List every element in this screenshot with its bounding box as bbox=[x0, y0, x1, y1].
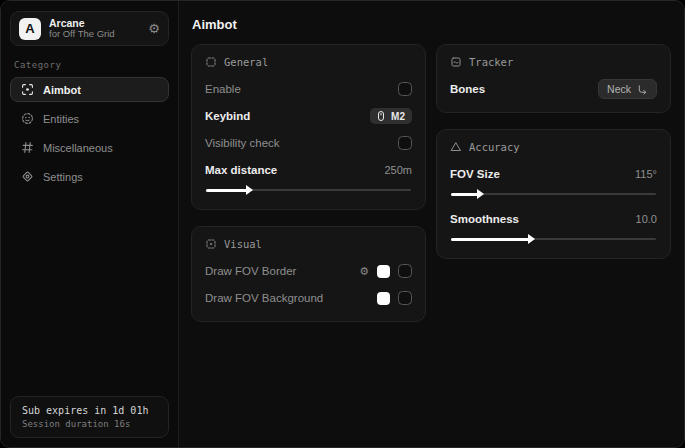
visibility-check-checkbox[interactable] bbox=[398, 136, 412, 150]
fov-size-slider[interactable] bbox=[451, 189, 656, 199]
draw-fov-background-checkbox[interactable] bbox=[398, 291, 412, 305]
visibility-check-label: Visibility check bbox=[205, 137, 280, 149]
visual-card-title: Visual bbox=[224, 238, 262, 250]
enable-row: Enable bbox=[205, 78, 412, 100]
enable-label: Enable bbox=[205, 83, 241, 95]
max-distance-slider[interactable] bbox=[206, 185, 411, 195]
keybind-row: Keybind M2 bbox=[205, 105, 412, 127]
fov-border-gear-icon[interactable]: ⚙ bbox=[359, 266, 369, 277]
sidebar-item-entities[interactable]: Entities bbox=[10, 106, 169, 131]
draw-fov-border-label: Draw FOV Border bbox=[205, 265, 296, 277]
accuracy-card-header: Accuracy bbox=[450, 141, 657, 153]
sidebar-item-miscellaneous[interactable]: Miscellaneous bbox=[10, 135, 169, 160]
sidebar-item-settings[interactable]: Settings bbox=[10, 164, 169, 189]
max-distance-value: 250m bbox=[384, 164, 412, 176]
dashed-box-icon bbox=[205, 56, 217, 68]
general-card-title: General bbox=[224, 56, 268, 68]
accuracy-card: Accuracy FOV Size 115° Smoothness bbox=[436, 129, 671, 259]
keybind-value: M2 bbox=[391, 111, 405, 122]
focus-crosshair-icon bbox=[21, 83, 34, 96]
tracker-card-header: Tracker bbox=[450, 56, 657, 68]
slider-thumb[interactable] bbox=[528, 234, 535, 244]
draw-fov-border-checkbox[interactable] bbox=[398, 264, 412, 278]
slider-fill bbox=[451, 193, 478, 196]
sidebar-spacer bbox=[10, 193, 169, 396]
bones-label: Bones bbox=[450, 83, 485, 95]
sidebar-item-aimbot[interactable]: Aimbot bbox=[10, 77, 169, 102]
sidebar-item-label: Settings bbox=[43, 171, 83, 183]
draw-fov-border-row: Draw FOV Border ⚙ bbox=[205, 260, 412, 282]
corner-expand-icon bbox=[637, 84, 648, 95]
triangle-icon bbox=[450, 141, 462, 153]
page-title: Aimbot bbox=[192, 17, 671, 32]
enable-checkbox[interactable] bbox=[398, 82, 412, 96]
sidebar-item-label: Miscellaneous bbox=[43, 142, 113, 154]
keybind-button[interactable]: M2 bbox=[370, 108, 412, 124]
sidebar-item-label: Aimbot bbox=[43, 84, 81, 96]
slider-thumb[interactable] bbox=[246, 185, 253, 195]
visual-card-header: Visual bbox=[205, 238, 412, 250]
settings-gear-icon[interactable]: ⚙ bbox=[148, 22, 160, 35]
app-subtitle: for Off The Grid bbox=[49, 29, 140, 40]
right-column: Tracker Bones Neck bbox=[436, 44, 671, 259]
left-column: General Enable Keybind M2 bbox=[191, 44, 426, 322]
smoothness-slider[interactable] bbox=[451, 234, 656, 244]
tracker-card: Tracker Bones Neck bbox=[436, 44, 671, 113]
smoothness-value: 10.0 bbox=[636, 213, 657, 225]
fov-size-value: 115° bbox=[635, 168, 657, 180]
draw-fov-background-label: Draw FOV Background bbox=[205, 292, 323, 304]
subscription-status-card: Sub expires in 1d 01h Session duration 1… bbox=[10, 396, 169, 438]
draw-fov-background-row: Draw FOV Background bbox=[205, 287, 412, 309]
keybind-label: Keybind bbox=[205, 110, 250, 122]
fov-size-label: FOV Size bbox=[450, 168, 500, 180]
app-meta: Arcane for Off The Grid bbox=[49, 17, 140, 40]
fov-background-color-swatch[interactable] bbox=[377, 292, 390, 305]
scan-face-icon bbox=[21, 112, 34, 125]
slider-fill bbox=[206, 189, 247, 192]
settings-diamond-icon bbox=[21, 170, 34, 183]
max-distance-row: Max distance 250m bbox=[205, 159, 412, 181]
general-card: General Enable Keybind M2 bbox=[191, 44, 426, 210]
tracker-card-title: Tracker bbox=[469, 56, 513, 68]
fov-size-row: FOV Size 115° bbox=[450, 163, 657, 185]
sidebar: A Arcane for Off The Grid ⚙ Category Aim… bbox=[1, 1, 179, 447]
accuracy-card-title: Accuracy bbox=[469, 141, 520, 153]
bones-selected-value: Neck bbox=[607, 83, 631, 95]
app-logo: A bbox=[19, 18, 41, 40]
mouse-icon bbox=[375, 110, 387, 122]
sub-expiry-text: Sub expires in 1d 01h bbox=[22, 405, 157, 416]
max-distance-label: Max distance bbox=[205, 164, 277, 176]
dashed-box-dot-icon bbox=[205, 238, 217, 250]
session-duration-text: Session duration 16s bbox=[22, 419, 157, 429]
category-label: Category bbox=[14, 60, 169, 70]
visibility-check-row: Visibility check bbox=[205, 132, 412, 154]
app-window: A Arcane for Off The Grid ⚙ Category Aim… bbox=[0, 0, 685, 448]
bones-row: Bones Neck bbox=[450, 78, 657, 100]
general-card-header: General bbox=[205, 56, 412, 68]
sidebar-item-label: Entities bbox=[43, 113, 79, 125]
smoothness-row: Smoothness 10.0 bbox=[450, 208, 657, 230]
fov-border-color-swatch[interactable] bbox=[377, 265, 390, 278]
slider-thumb[interactable] bbox=[477, 189, 484, 199]
slider-fill bbox=[451, 238, 529, 241]
bones-select-button[interactable]: Neck bbox=[598, 79, 657, 99]
visual-card: Visual Draw FOV Border ⚙ Draw FOV Backgr… bbox=[191, 226, 426, 322]
activity-box-icon bbox=[450, 56, 462, 68]
grid-hash-icon bbox=[21, 141, 34, 154]
smoothness-label: Smoothness bbox=[450, 213, 519, 225]
main-content: Aimbot General Enable bbox=[179, 1, 685, 447]
app-header-card: A Arcane for Off The Grid ⚙ bbox=[10, 11, 169, 46]
